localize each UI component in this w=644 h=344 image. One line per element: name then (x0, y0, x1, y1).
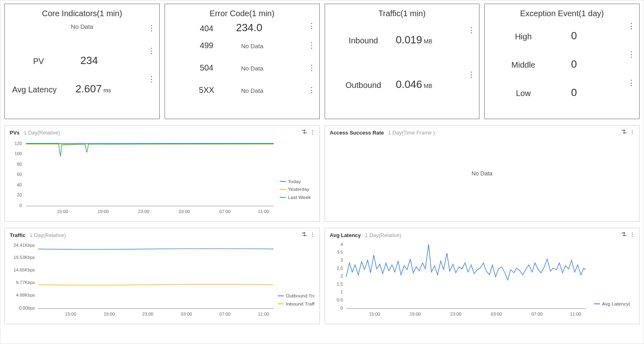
card-title: Traffic(1 min) (325, 4, 479, 21)
more-icon[interactable]: ⋮ (148, 47, 155, 54)
svg-text:07:00: 07:00 (531, 312, 543, 316)
svg-text:40: 40 (17, 182, 22, 187)
chart-subtitle: 1 Day(Relative) (365, 232, 401, 238)
more-icon[interactable]: ⋮ (468, 26, 475, 34)
inbound-value: 0.019MB (390, 34, 439, 46)
svg-text:2: 2 (340, 273, 342, 278)
svg-text:100: 100 (15, 151, 22, 156)
svg-text:07:00: 07:00 (219, 312, 231, 316)
svg-text:Yesterday: Yesterday (288, 186, 309, 192)
svg-text:23:00: 23:00 (138, 209, 150, 214)
card-traffic: Traffic(1 min) Inbound 0.019MB ⋮ Outboun… (325, 4, 480, 119)
compare-icon[interactable] (621, 129, 627, 135)
svg-text:19:00: 19:00 (409, 312, 421, 316)
5xx-label: 5XX (188, 85, 225, 95)
chart-title: Access Success Rate (330, 130, 384, 136)
more-icon[interactable]: ⋮ (628, 79, 635, 86)
svg-text:Avg Latency(: Avg Latency( (602, 301, 630, 307)
499-label: 499 (188, 41, 225, 50)
middle-label: Middle (497, 60, 550, 70)
svg-text:9.77Kbps: 9.77Kbps (16, 280, 35, 285)
svg-text:03:00: 03:00 (491, 312, 502, 316)
svg-text:Outbound Tra: Outbound Tra (286, 293, 314, 299)
404-value: 234.0 (225, 21, 274, 34)
svg-text:Last Week: Last Week (288, 194, 311, 200)
svg-text:15:00: 15:00 (57, 209, 68, 214)
card-title: Error Code(1 min) (165, 4, 319, 21)
chart-traffic: Traffic 1 Day(Relative) ⋮ 0.00bps 4.88Kb… (4, 228, 320, 324)
svg-text:24.41Kbps: 24.41Kbps (13, 243, 35, 248)
svg-text:Inbound Traff: Inbound Traff (286, 301, 314, 307)
pv-value: 234 (65, 54, 113, 67)
card-error-code: Error Code(1 min) 404 234.0 ⋮ 499 No Dat… (165, 4, 320, 119)
svg-text:20: 20 (17, 192, 22, 197)
chart-subtitle: 1 Day(Relative) (24, 130, 60, 136)
chart-success-rate: Access Success Rate 1 Day(Time Frame ) ⋮… (325, 125, 640, 222)
card-exception-event: Exception Event(1 day) High 0 ⋮ Middle 0… (484, 4, 640, 119)
more-icon[interactable]: ⋮ (628, 22, 635, 30)
svg-text:0: 0 (19, 203, 22, 208)
more-icon[interactable]: ⋮ (308, 22, 315, 30)
low-label: Low (497, 89, 550, 98)
outbound-label: Outbound (337, 81, 390, 90)
no-data-text: No Data (241, 87, 263, 94)
more-icon[interactable]: ⋮ (468, 71, 475, 78)
no-data-text: No Data (241, 65, 263, 72)
more-icon[interactable]: ⋮ (308, 64, 315, 71)
chart-subtitle: 1 Day(Time Frame ) (388, 130, 435, 136)
compare-icon[interactable] (302, 129, 307, 135)
svg-text:0.00bps: 0.00bps (19, 306, 35, 310)
more-icon[interactable]: ⋮ (148, 75, 155, 83)
no-data-text: No Data (241, 43, 263, 49)
more-icon[interactable]: ⋮ (629, 129, 635, 135)
504-label: 504 (188, 63, 225, 73)
svg-text:0: 0 (340, 306, 342, 310)
more-icon[interactable]: ⋮ (308, 42, 315, 49)
more-icon[interactable]: ⋮ (308, 86, 315, 94)
chart-title: PVs (10, 130, 20, 136)
svg-text:4.88Kbps: 4.88Kbps (16, 293, 35, 297)
svg-text:15:00: 15:00 (65, 312, 77, 316)
svg-text:3.5: 3.5 (336, 250, 342, 254)
svg-text:Today: Today (288, 179, 301, 184)
svg-text:2.5: 2.5 (336, 266, 342, 271)
svg-text:1: 1 (340, 289, 342, 294)
card-core-indicators: Core Indicators(1 min) ⋮ No Data PV 234 … (4, 4, 160, 119)
high-value: 0 (550, 30, 598, 42)
more-icon[interactable]: ⋮ (628, 51, 635, 58)
card-title: Core Indicators(1 min) (5, 4, 159, 21)
svg-text:80: 80 (17, 162, 22, 167)
low-value: 0 (550, 86, 598, 99)
card-title: Exception Event(1 day) (485, 4, 639, 21)
more-icon[interactable]: ⋮ (310, 231, 315, 238)
svg-text:03:00: 03:00 (179, 209, 190, 214)
svg-text:11:00: 11:00 (258, 209, 269, 214)
compare-icon[interactable] (621, 231, 627, 238)
svg-text:19:00: 19:00 (98, 209, 109, 214)
high-label: High (497, 32, 550, 41)
svg-text:3: 3 (340, 258, 342, 263)
svg-text:19:00: 19:00 (104, 312, 115, 316)
no-data-text: No Data (5, 23, 159, 30)
404-label: 404 (188, 24, 225, 33)
svg-text:23:00: 23:00 (142, 312, 154, 316)
no-data-text: No Data (325, 170, 640, 177)
svg-text:11:00: 11:00 (258, 312, 269, 316)
more-icon[interactable]: ⋮ (629, 231, 635, 238)
compare-icon[interactable] (302, 231, 307, 238)
svg-text:23:00: 23:00 (450, 312, 461, 316)
svg-text:4: 4 (340, 242, 342, 247)
middle-value: 0 (550, 58, 598, 71)
latency-value: 2.607ms (69, 83, 118, 95)
chart-title: Avg Latency (330, 232, 361, 238)
chart-subtitle: 1 Day(Relative) (30, 232, 66, 238)
chart-avg-latency: Avg Latency 1 Day(Relative) ⋮ 0 0.5 1 1.… (325, 228, 640, 324)
svg-text:1.5: 1.5 (336, 282, 342, 286)
inbound-label: Inbound (337, 36, 390, 45)
svg-text:0.5: 0.5 (336, 297, 342, 302)
svg-text:19.53Kbps: 19.53Kbps (13, 255, 35, 260)
svg-text:15:00: 15:00 (369, 312, 380, 316)
more-icon[interactable]: ⋮ (310, 129, 315, 135)
svg-text:07:00: 07:00 (219, 209, 231, 214)
outbound-value: 0.046MB (390, 78, 439, 91)
